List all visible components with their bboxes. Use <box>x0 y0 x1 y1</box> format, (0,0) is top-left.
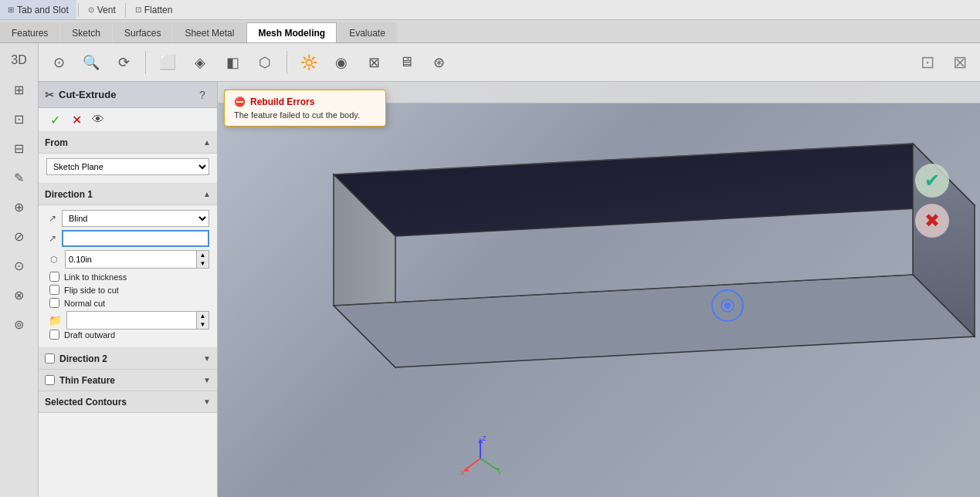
toolbar-separator-2 <box>125 3 126 17</box>
depth-decrement-btn[interactable]: ▼ <box>196 259 209 268</box>
section-thin-header[interactable]: Thin Feature ▼ <box>39 370 217 391</box>
left-icon-7[interactable]: ⊙ <box>4 252 35 279</box>
dir2-checkbox[interactable] <box>45 353 55 363</box>
toolbar-expand-left[interactable]: ⊡ <box>914 49 941 76</box>
draft-outward-row: Draft outward <box>46 330 209 340</box>
from-dropdown-row: Sketch Plane <box>46 158 209 175</box>
toolbar-icon-6[interactable]: ◧ <box>219 49 246 76</box>
toolbar-separator-1 <box>78 3 79 17</box>
toolbar-icon-2[interactable]: 🔍 <box>77 49 105 76</box>
left-icon-6[interactable]: ⊘ <box>4 222 35 250</box>
flip-side-checkbox[interactable] <box>49 285 59 295</box>
left-icon-8[interactable]: ⊗ <box>4 281 35 309</box>
from-select[interactable]: Sketch Plane <box>46 158 209 175</box>
side-panel: ✂ Cut-Extrude ? ✓ ✕ 👁 From ▲ Sketch Plan… <box>39 82 218 497</box>
flip-side-label: Flip side to cut <box>64 286 119 295</box>
tab-mesh-modeling[interactable]: Mesh Modeling <box>246 22 337 42</box>
toolbar-icon-12[interactable]: ⊛ <box>425 49 453 76</box>
viewport-ok-button[interactable]: ✔ <box>915 164 949 198</box>
error-icon: ⛔ <box>234 96 246 107</box>
dir1-folder-row: 📁 ▲ ▼ <box>46 311 209 330</box>
depth-icon: ⬡ <box>46 255 62 265</box>
svg-text:Y: Y <box>497 469 502 477</box>
dir1-depth-row: ⬡ 0.10in ▲ ▼ <box>46 250 209 269</box>
left-icon-1[interactable]: ⊞ <box>4 76 35 103</box>
section-contours-header[interactable]: Selected Contours ▼ <box>39 391 217 413</box>
section-from-header[interactable]: From ▲ <box>39 132 217 154</box>
link-thickness-checkbox[interactable] <box>49 272 59 282</box>
dir1-body-down-btn[interactable]: ▼ <box>196 320 209 329</box>
svg-text:Z: Z <box>482 435 487 442</box>
left-icon-4[interactable]: ✎ <box>4 164 35 191</box>
toolbar-item-flatten[interactable]: ⊡ Flatten <box>127 0 181 19</box>
ok-button[interactable]: ✓ <box>46 111 63 128</box>
draft-outward-checkbox[interactable] <box>49 330 59 340</box>
dir1-type-select[interactable]: Blind Through All Up To Next <box>62 210 209 227</box>
depth-spinner-wrap: 0.10in ▲ ▼ <box>65 250 209 269</box>
toolbar-item-vent[interactable]: ⊙ Vent <box>80 0 124 19</box>
toolbar-icon-7[interactable]: ⬡ <box>251 49 279 76</box>
dir1-body-spinner-wrap: ▲ ▼ <box>66 311 209 330</box>
dir1-flip-icon: ↗ <box>46 233 59 244</box>
left-icon-3[interactable]: ⊟ <box>4 134 35 162</box>
draft-outward-label: Draft outward <box>64 330 115 340</box>
svg-text:X: X <box>460 469 465 477</box>
axes-indicator: Z X Y <box>457 435 504 482</box>
confirm-bar: ✓ ✕ 👁 <box>39 108 217 132</box>
left-icon-9[interactable]: ⊚ <box>4 310 35 338</box>
toolbar-icon-8[interactable]: 🔆 <box>295 49 323 76</box>
dir1-body-input[interactable] <box>67 312 196 329</box>
section-dir1-content: ↗ Blind Through All Up To Next ↗ ⬡ 0.10i… <box>39 205 217 348</box>
error-message: The feature failed to cut the body. <box>234 110 376 120</box>
dir1-type-row: ↗ Blind Through All Up To Next <box>46 210 209 227</box>
tab-evaluate[interactable]: Evaluate <box>337 22 397 42</box>
toolbar-icon-3[interactable]: ⟳ <box>110 49 137 76</box>
toolbar-expand-right[interactable]: ⊠ <box>946 49 974 76</box>
link-thickness-row: Link to thickness <box>46 272 209 282</box>
thin-collapse-icon: ▼ <box>203 376 211 384</box>
viewport-cancel-button[interactable]: ✖ <box>915 204 949 238</box>
left-icon-2[interactable]: ⊡ <box>4 105 35 133</box>
normal-cut-label: Normal cut <box>64 299 105 308</box>
preview-button[interactable]: 👁 <box>90 111 107 128</box>
tab-surfaces[interactable]: Surfaces <box>113 22 172 42</box>
toolbar-icon-1[interactable]: ⊙ <box>45 49 73 76</box>
top-toolbar: ⊞ Tab and Slot ⊙ Vent ⊡ Flatten <box>0 0 980 20</box>
thin-header-left: Thin Feature <box>45 375 115 386</box>
cancel-button[interactable]: ✕ <box>68 111 85 128</box>
toolbar-icon-11[interactable]: 🖥 <box>392 49 420 76</box>
dir1-body-up-btn[interactable]: ▲ <box>196 312 209 320</box>
tab-sheet-metal[interactable]: Sheet Metal <box>173 22 246 42</box>
depth-spinner-input[interactable]: 0.10in <box>66 251 196 268</box>
toolbar-item-tab-slot[interactable]: ⊞ Tab and Slot <box>0 0 76 19</box>
section-dir1-header[interactable]: Direction 1 ▲ <box>39 184 217 205</box>
left-icon-3d[interactable]: 3D <box>4 46 35 74</box>
dir1-depth-input[interactable] <box>62 230 209 247</box>
action-overlay: ✔ ✖ <box>915 164 949 238</box>
normal-cut-checkbox[interactable] <box>49 298 59 308</box>
flip-side-row: Flip side to cut <box>46 285 209 295</box>
left-icon-5[interactable]: ⊕ <box>4 193 35 221</box>
dir1-body-spinner-btns: ▲ ▼ <box>196 312 209 329</box>
section-dir2-header[interactable]: Direction 2 ▼ <box>39 348 217 370</box>
tab-sketch[interactable]: Sketch <box>60 22 112 42</box>
nav-tabs: Features Sketch Surfaces Sheet Metal Mes… <box>0 20 980 43</box>
toolbar-icon-10[interactable]: ⊠ <box>360 49 388 76</box>
tab-features[interactable]: Features <box>0 22 59 42</box>
depth-spinner-buttons: ▲ ▼ <box>196 251 209 268</box>
toolbar-icon-9[interactable]: ◉ <box>327 49 355 76</box>
thin-checkbox[interactable] <box>45 375 55 385</box>
toolbar-icon-5[interactable]: ◈ <box>186 49 214 76</box>
toolbar-sep2 <box>287 51 287 74</box>
left-icon-panel: 3D ⊞ ⊡ ⊟ ✎ ⊕ ⊘ ⊙ ⊗ ⊚ <box>0 43 39 497</box>
toolbar-icon-4[interactable]: ⬜ <box>154 49 181 76</box>
depth-increment-btn[interactable]: ▲ <box>196 251 209 259</box>
help-button[interactable]: ? <box>194 86 211 103</box>
svg-line-12 <box>465 458 480 470</box>
panel-actions: ? <box>194 86 211 103</box>
icon-toolbar: ⊙ 🔍 ⟳ ⬜ ◈ ◧ ⬡ 🔆 ◉ ⊠ 🖥 ⊛ ⊡ ⊠ <box>39 43 980 82</box>
viewport: 211 Welded Shroud2 (Def... <box>218 82 980 497</box>
toolbar-sep <box>145 51 146 74</box>
dir2-collapse-icon: ▼ <box>203 354 211 363</box>
from-collapse-icon: ▲ <box>203 138 211 147</box>
